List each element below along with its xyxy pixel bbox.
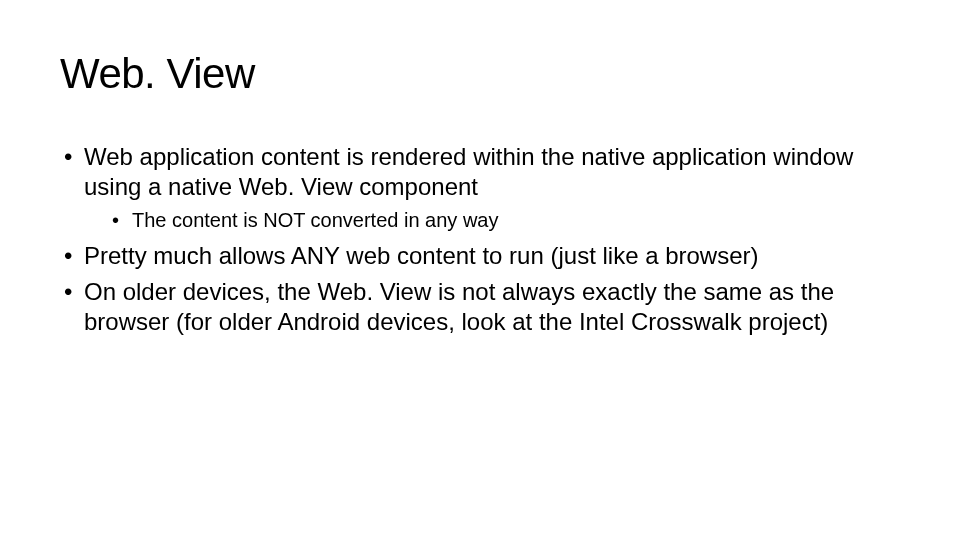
sub-bullet-text: The content is NOT converted in any way (132, 209, 498, 231)
bullet-item: Pretty much allows ANY web content to ru… (60, 241, 900, 271)
bullet-text: Web application content is rendered with… (84, 143, 853, 200)
bullet-text: On older devices, the Web. View is not a… (84, 278, 834, 335)
bullet-list: Web application content is rendered with… (60, 142, 900, 337)
bullet-item: Web application content is rendered with… (60, 142, 900, 233)
bullet-item: On older devices, the Web. View is not a… (60, 277, 900, 337)
slide-title: Web. View (60, 50, 900, 98)
bullet-text: Pretty much allows ANY web content to ru… (84, 242, 759, 269)
sub-bullet-item: The content is NOT converted in any way (84, 208, 900, 233)
sub-bullet-list: The content is NOT converted in any way (84, 208, 900, 233)
